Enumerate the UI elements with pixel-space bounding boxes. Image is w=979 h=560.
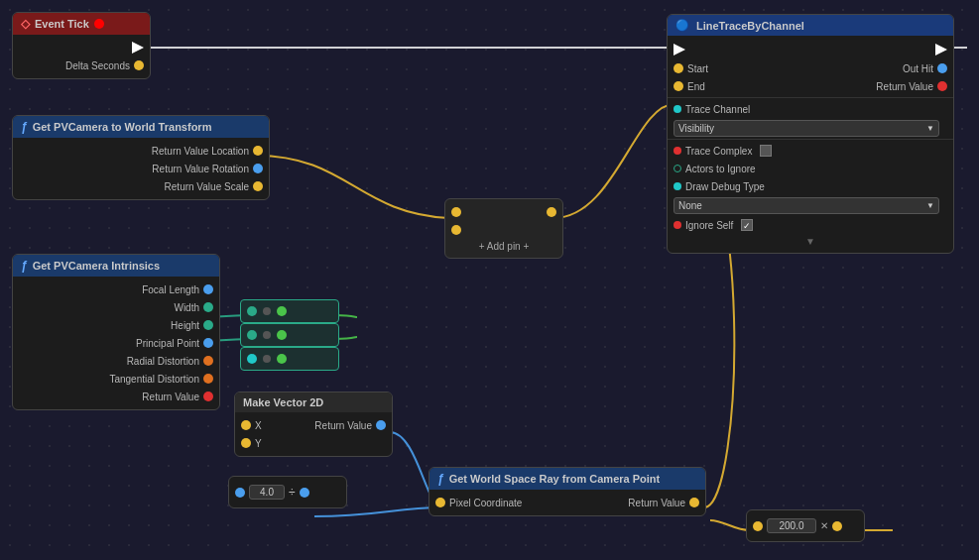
lt-return-pin[interactable]	[937, 81, 947, 91]
function-icon3: ƒ	[437, 472, 444, 486]
add-pin-in1[interactable]	[451, 207, 461, 217]
tangential-distortion-pin[interactable]	[203, 374, 213, 384]
return-scale-label: Return Value Scale	[165, 181, 249, 192]
val-200-input[interactable]: 200.0	[767, 518, 816, 533]
return-rotation-pin[interactable]	[253, 164, 263, 173]
math3-out-pin[interactable]	[277, 354, 287, 364]
math-node-2	[240, 323, 339, 347]
end-pin[interactable]	[673, 81, 683, 91]
return-location-pin[interactable]	[253, 146, 263, 156]
delta-seconds-row: Delta Seconds	[13, 56, 150, 74]
lt-exec-row	[668, 40, 953, 59]
math2-in-pin[interactable]	[247, 330, 257, 340]
get-pvcamera-intrinsics-body: Focal Length Width Height Principal Poin…	[13, 277, 219, 409]
height-pin[interactable]	[203, 320, 213, 330]
ignore-self-label: Ignore Self	[685, 220, 733, 231]
div-in-pin[interactable]	[235, 488, 245, 498]
intrinsics-return-row: Return Value	[13, 388, 219, 405]
end-return-row: End Return Value	[668, 77, 953, 95]
draw-debug-value: None	[678, 200, 702, 211]
trace-channel-label: Trace Channel	[685, 104, 750, 115]
line-trace-node: 🔵 LineTraceByChannel Start Out Hit End	[667, 14, 954, 254]
val-200-close[interactable]: ✕	[820, 520, 828, 531]
lt-exec-in[interactable]	[673, 44, 685, 56]
mv-return-pin[interactable]	[376, 420, 386, 430]
radial-distortion-pin[interactable]	[203, 356, 213, 366]
out-hit-pin[interactable]	[937, 63, 947, 73]
trace-channel-dropdown[interactable]: Visibility ▼	[673, 120, 939, 137]
val-200-in-pin[interactable]	[753, 521, 763, 531]
scroll-down-arrow[interactable]: ▼	[668, 234, 953, 249]
math2-out-pin[interactable]	[277, 330, 287, 340]
lt-divider2	[668, 139, 953, 140]
math1-in-pin[interactable]	[247, 306, 257, 316]
trace-complex-label: Trace Complex	[685, 146, 752, 157]
math3-in-pin[interactable]	[247, 354, 257, 364]
draw-debug-chevron: ▼	[926, 201, 934, 210]
actors-ignore-label: Actors to Ignore	[685, 164, 756, 174]
div-node-body: 4.0 ÷	[229, 477, 346, 507]
principal-point-pin[interactable]	[203, 338, 213, 348]
div-value-input[interactable]: 4.0	[249, 485, 285, 500]
draw-debug-pin[interactable]	[673, 182, 681, 190]
exec-out-row	[13, 39, 150, 56]
draw-debug-dropdown[interactable]: None ▼	[673, 197, 939, 214]
val-200-out-pin[interactable]	[832, 521, 842, 531]
math1-mid-pin[interactable]	[263, 307, 271, 315]
event-tick-header: ◇ Event Tick	[13, 13, 150, 35]
event-icon: ◇	[21, 17, 30, 31]
div-out-pin[interactable]	[300, 488, 309, 498]
trace-complex-pin[interactable]	[673, 147, 681, 155]
delta-seconds-pin[interactable]	[134, 60, 144, 70]
end-label: End	[687, 81, 705, 92]
lt-exec-out[interactable]	[935, 44, 947, 56]
add-pin-in2[interactable]	[451, 225, 461, 235]
event-tick-body: Delta Seconds	[13, 35, 150, 78]
mv-return-label: Return Value	[314, 420, 372, 431]
pixel-coord-pin[interactable]	[435, 498, 445, 507]
width-label: Width	[174, 302, 199, 313]
x-pin[interactable]	[241, 420, 251, 430]
tangential-distortion-label: Tangential Distortion	[109, 374, 199, 385]
make-vector-2d-node: Make Vector 2D X Return Value Y	[234, 392, 393, 457]
add-pin-label[interactable]: + Add pin +	[445, 239, 562, 254]
world-return-pin[interactable]	[689, 498, 699, 507]
make-vector-2d-title: Make Vector 2D	[243, 396, 323, 408]
get-world-space-ray-body: Pixel Coordinate Return Value	[429, 490, 705, 515]
line-trace-body: Start Out Hit End Return Value Trace Cha…	[668, 36, 953, 253]
div-row: 4.0 ÷	[229, 481, 346, 504]
tangential-distortion-row: Tangential Distortion	[13, 370, 219, 388]
start-label: Start	[687, 63, 708, 74]
line-trace-header: 🔵 LineTraceByChannel	[668, 15, 953, 36]
intrinsics-return-label: Return Value	[142, 392, 199, 402]
ignore-self-pin[interactable]	[673, 221, 681, 229]
event-tick-red-dot	[94, 19, 104, 29]
trace-complex-checkbox[interactable]	[760, 145, 772, 157]
math3-mid-pin[interactable]	[263, 355, 271, 363]
math-node-3	[240, 347, 339, 371]
width-pin[interactable]	[203, 302, 213, 312]
return-scale-pin[interactable]	[253, 181, 263, 191]
focal-length-pin[interactable]	[203, 284, 213, 294]
ignore-self-checkbox[interactable]	[741, 219, 753, 231]
line-trace-title: LineTraceByChannel	[696, 20, 804, 32]
return-scale-row: Return Value Scale	[13, 177, 269, 195]
y-label: Y	[255, 438, 262, 449]
trace-channel-pin[interactable]	[673, 105, 681, 113]
exec-out-pin[interactable]	[132, 42, 144, 54]
math1-out-pin[interactable]	[277, 306, 287, 316]
intrinsics-return-pin[interactable]	[203, 392, 213, 401]
focal-length-label: Focal Length	[142, 284, 199, 295]
add-pin-out1[interactable]	[547, 207, 556, 217]
actors-ignore-pin[interactable]	[673, 165, 681, 172]
function-icon2: ƒ	[21, 259, 28, 273]
start-pin[interactable]	[673, 63, 683, 73]
y-pin[interactable]	[241, 438, 251, 448]
delta-seconds-label: Delta Seconds	[65, 60, 130, 71]
math2-mid-pin[interactable]	[263, 331, 271, 339]
principal-point-label: Principal Point	[136, 338, 199, 349]
width-row: Width	[13, 298, 219, 316]
return-rotation-row: Return Value Rotation	[13, 160, 269, 177]
get-world-space-ray-header: ƒ Get World Space Ray from Camera Point	[429, 468, 705, 490]
line-trace-icon: 🔵	[675, 19, 689, 32]
